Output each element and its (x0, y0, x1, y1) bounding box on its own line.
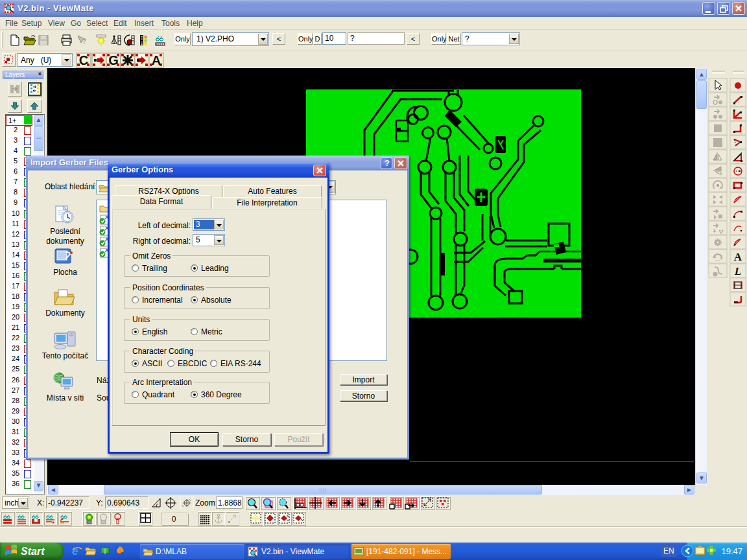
svg-text:s: s (287, 513, 289, 518)
svg-text:?: ? (82, 37, 86, 46)
svg-text:L: L (734, 265, 741, 277)
svg-text:G: G (108, 53, 119, 67)
svg-text:e: e (72, 545, 78, 557)
svg-text:C: C (79, 53, 88, 67)
svg-text:0: 0 (172, 515, 176, 524)
svg-text:A: A (734, 251, 742, 263)
svg-text:Start: Start (21, 546, 45, 557)
svg-text:A: A (152, 53, 161, 67)
